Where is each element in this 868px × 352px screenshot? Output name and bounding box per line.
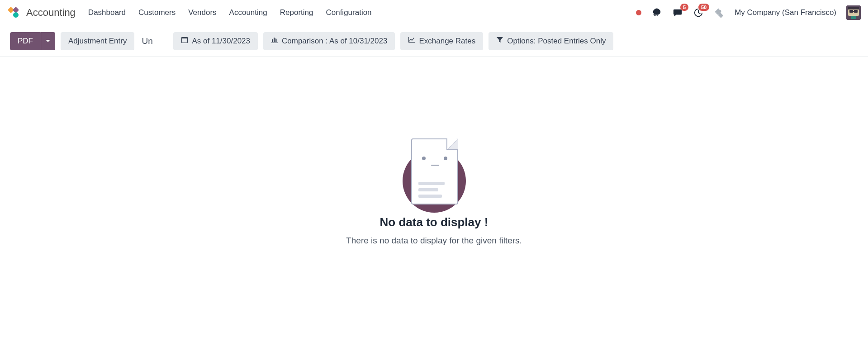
svg-rect-14 [272,40,273,42]
asof-filter-button[interactable]: As of 11/30/2023 [173,32,258,50]
app-name[interactable]: Accounting [26,7,76,19]
comparison-label: Comparison : As of 10/31/2023 [282,37,387,46]
svg-rect-3 [656,14,658,15]
svg-rect-5 [655,15,656,16]
messages-badge: 5 [680,4,688,11]
caret-down-icon [46,40,50,42]
pdf-dropdown-button[interactable] [41,32,55,50]
svg-rect-4 [655,15,655,16]
nav-accounting[interactable]: Accounting [229,8,267,17]
nav-vendors[interactable]: Vendors [188,8,216,17]
app-logo[interactable] [7,6,20,19]
calendar-icon [181,36,188,46]
empty-title: No data to display ! [380,215,489,229]
svg-rect-6 [657,15,658,16]
filter-icon [496,36,503,46]
avatar[interactable] [846,5,861,20]
svg-rect-15 [274,38,275,42]
bar-chart-icon [271,36,278,46]
svg-rect-9 [849,10,853,13]
nav-dashboard[interactable]: Dashboard [88,8,126,17]
phone-icon[interactable] [651,7,662,18]
adjustment-entry-button[interactable]: Adjustment Entry [61,32,134,50]
company-switcher[interactable]: My Company (San Francisco) [735,8,836,17]
empty-illustration-icon [400,138,468,206]
svg-rect-12 [848,7,859,10]
exchange-label: Exchange Rates [419,37,475,46]
nav-customers[interactable]: Customers [138,8,175,17]
empty-subtitle: There is no data to display for the give… [346,236,522,246]
svg-rect-1 [13,7,19,13]
report-toolbar: PDF Adjustment Entry Un As of 11/30/2023… [0,25,868,57]
status-dot-icon [636,10,641,15]
activities-badge: 50 [698,4,709,11]
nav-right: 5 50 My Company (San Francisco) [636,5,861,20]
svg-rect-11 [853,11,854,12]
messages-icon[interactable]: 5 [672,7,683,18]
truncated-label: Un [142,36,153,46]
navbar: Accounting Dashboard Customers Vendors A… [0,0,868,25]
tools-icon[interactable] [714,7,725,18]
svg-rect-13 [851,16,856,19]
nav-menu: Dashboard Customers Vendors Accounting R… [88,8,636,17]
nav-configuration[interactable]: Configuration [326,8,371,17]
options-filter-button[interactable]: Options: Posted Entries Only [489,32,613,50]
options-label: Options: Posted Entries Only [507,37,606,46]
report-content: No data to display ! There is no data to… [0,57,868,246]
svg-point-2 [13,12,19,18]
nav-reporting[interactable]: Reporting [280,8,313,17]
pdf-button-group: PDF [10,32,55,50]
line-chart-icon [408,36,415,46]
svg-rect-10 [854,10,858,13]
pdf-button[interactable]: PDF [10,32,41,50]
comparison-filter-button[interactable]: Comparison : As of 10/31/2023 [263,32,395,50]
exchange-rates-button[interactable]: Exchange Rates [400,32,483,50]
asof-label: As of 11/30/2023 [192,37,250,46]
svg-rect-16 [275,39,277,42]
activities-icon[interactable]: 50 [693,7,704,18]
